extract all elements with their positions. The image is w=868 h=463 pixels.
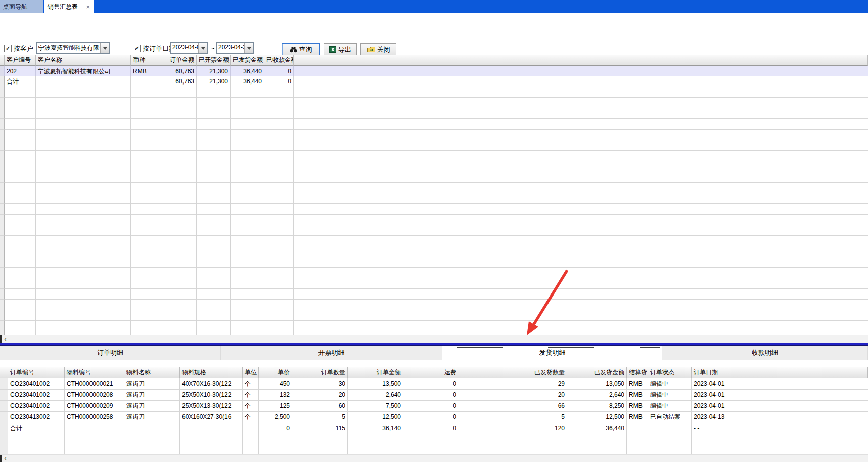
by-customer-checkbox[interactable] xyxy=(4,45,12,52)
table-row[interactable]: 202宁波夏拓智能科技有限公司RMB60,76321,30036,4400 xyxy=(0,66,868,76)
chevron-down-icon[interactable] xyxy=(198,43,207,53)
close-button[interactable]: 关闭 xyxy=(360,43,396,56)
tab-desktop-navigation[interactable]: 桌面导航 xyxy=(0,0,43,13)
cell: 已自动结案 xyxy=(648,412,692,423)
date-to-select[interactable]: 2023-04-29 xyxy=(216,42,254,54)
cell xyxy=(131,119,163,130)
cell xyxy=(36,268,131,278)
table-row xyxy=(0,172,868,183)
folder-exit-icon xyxy=(367,46,375,53)
column-header[interactable]: 客户编号 xyxy=(5,55,36,66)
cell xyxy=(36,215,131,225)
cell xyxy=(231,300,264,310)
chevron-down-icon[interactable] xyxy=(100,43,109,53)
table-row[interactable]: 合计60,76321,30036,4400 xyxy=(0,76,868,87)
cell xyxy=(131,321,163,331)
row-selector[interactable] xyxy=(0,423,8,434)
table-row xyxy=(0,236,868,246)
cell xyxy=(264,130,294,140)
cell xyxy=(197,225,231,236)
customer-select[interactable]: 宁波夏拓智能科技有限公 xyxy=(36,42,110,54)
cell xyxy=(36,172,131,183)
row-selector[interactable] xyxy=(0,401,8,412)
column-header[interactable]: 已发货金额 xyxy=(231,55,264,66)
detail-tab-receipt[interactable]: 收款明细 xyxy=(662,346,868,360)
cell xyxy=(131,108,163,119)
table-row[interactable]: CO230401002CTH0000000021滚齿刀40X70X16-30(1… xyxy=(0,378,868,390)
column-header[interactable]: 订单数量 xyxy=(292,367,348,378)
column-header[interactable]: 订单编号 xyxy=(8,367,65,378)
column-header[interactable]: 物料名称 xyxy=(124,367,180,378)
column-header[interactable]: 客户名称 xyxy=(36,55,131,66)
column-header[interactable]: 结算货币 xyxy=(627,367,648,378)
tab-close-icon[interactable]: × xyxy=(85,4,91,10)
chevron-down-icon[interactable] xyxy=(244,43,253,53)
scroll-left-icon[interactable]: ‹ xyxy=(2,335,9,343)
row-selector xyxy=(0,204,5,215)
summary-hscrollbar[interactable]: ‹ xyxy=(0,335,868,343)
cell: 2,640 xyxy=(567,390,627,401)
row-selector[interactable] xyxy=(0,390,8,401)
filler-cell xyxy=(294,215,868,225)
by-order-date-checkbox[interactable] xyxy=(133,45,141,52)
filler-cell xyxy=(294,76,868,87)
table-row[interactable]: CO230413002CTH0000000258滚齿刀60X160X27-30(… xyxy=(0,412,868,423)
detail-tab-shipment[interactable]: 发货明细 xyxy=(442,346,662,360)
tab-sales-summary[interactable]: 销售汇总表 × xyxy=(44,0,94,13)
filler-cell xyxy=(294,55,868,66)
date-from-select[interactable]: 2023-04-01 xyxy=(170,42,208,54)
column-header[interactable]: 订单日期 xyxy=(692,367,752,378)
table-row xyxy=(0,445,868,454)
cell xyxy=(36,108,131,119)
cell xyxy=(36,87,131,98)
cell xyxy=(692,445,752,454)
column-header[interactable]: 订单状态 xyxy=(648,367,692,378)
cell xyxy=(197,119,231,130)
filler-cell xyxy=(294,119,868,130)
column-header[interactable]: 单位 xyxy=(243,367,259,378)
cell xyxy=(197,140,231,151)
column-header[interactable]: 订单金额 xyxy=(163,55,197,66)
column-header[interactable]: 已收款金额 xyxy=(264,55,294,66)
row-selector xyxy=(0,161,5,172)
detail-hscrollbar[interactable]: ‹ xyxy=(0,454,868,462)
detail-tab-invoice[interactable]: 开票明细 xyxy=(221,346,442,360)
scroll-left-icon[interactable]: ‹ xyxy=(2,455,9,462)
query-button[interactable]: 查询 xyxy=(282,43,320,56)
cell xyxy=(163,278,197,289)
column-header[interactable]: 已发货数量 xyxy=(459,367,567,378)
column-header[interactable]: 单价 xyxy=(259,367,292,378)
table-row xyxy=(0,119,868,130)
table-row xyxy=(0,215,868,225)
table-row[interactable]: CO230401002CTH0000000208滚齿刀25X50X10-30(1… xyxy=(0,390,868,401)
cell: 21,300 xyxy=(197,76,231,87)
row-selector[interactable] xyxy=(0,378,8,390)
column-header[interactable]: 订单金额 xyxy=(348,367,403,378)
column-header[interactable]: 物料规格 xyxy=(180,367,243,378)
cell xyxy=(65,434,124,445)
row-selector[interactable] xyxy=(0,66,5,76)
row-selector xyxy=(0,236,5,246)
row-selector[interactable] xyxy=(0,412,8,423)
cell xyxy=(163,108,197,119)
column-header[interactable]: 运费 xyxy=(403,367,459,378)
column-header[interactable]: 币种 xyxy=(131,55,163,66)
cell xyxy=(124,423,180,434)
cell xyxy=(231,183,264,193)
row-selector xyxy=(0,108,5,119)
cell xyxy=(197,321,231,331)
table-row[interactable]: CO230401002CTH0000000209滚齿刀25X50X13-30(1… xyxy=(0,401,868,412)
column-header[interactable]: 已开票金额 xyxy=(197,55,231,66)
cell: 125 xyxy=(259,401,292,412)
cell xyxy=(197,87,231,98)
cell xyxy=(197,161,231,172)
row-selector[interactable] xyxy=(0,76,5,87)
column-header[interactable]: 已发货金额 xyxy=(567,367,627,378)
export-button[interactable]: 导出 xyxy=(324,43,357,56)
column-header[interactable]: 物料编号 xyxy=(65,367,124,378)
cell xyxy=(231,98,264,108)
cell: 个 xyxy=(243,412,259,423)
detail-tab-order[interactable]: 订单明细 xyxy=(0,346,221,360)
filler-cell xyxy=(294,130,868,140)
table-row[interactable]: 合计011536,140012036,440- - xyxy=(0,423,868,434)
